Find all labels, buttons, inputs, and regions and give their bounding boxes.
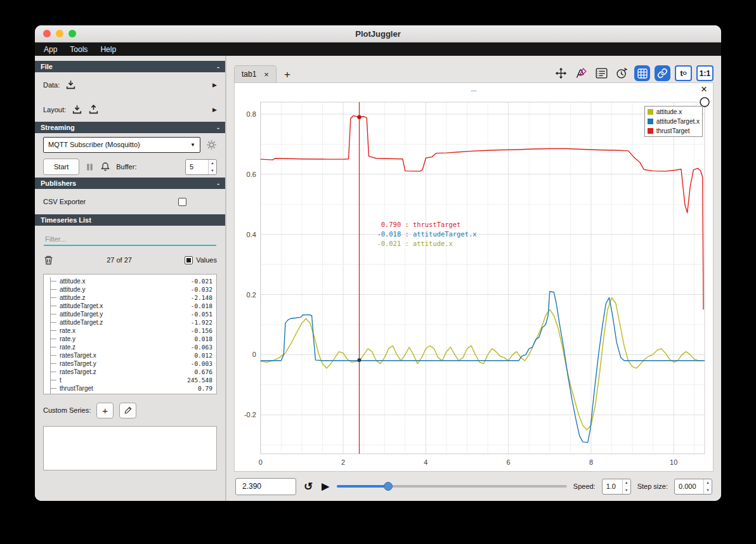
add-custom-series-button[interactable]: + <box>96 403 114 418</box>
speed-spinbox[interactable]: 1.0 ▲ ▼ <box>602 479 631 495</box>
collapse-icon[interactable]: - <box>217 124 219 131</box>
filter-input[interactable] <box>44 233 216 246</box>
play-icon[interactable]: ▶ <box>320 481 330 492</box>
svg-text:0.790 : thrustTarget: 0.790 : thrustTarget <box>377 221 460 228</box>
timeseries-item[interactable]: thrustTarget0.79 <box>51 384 212 392</box>
close-window-button[interactable] <box>43 30 51 37</box>
save-layout-icon[interactable] <box>88 104 99 115</box>
menu-help[interactable]: Help <box>100 45 116 54</box>
spin-up-icon[interactable]: ▲ <box>704 479 712 487</box>
pause-streaming-icon[interactable] <box>85 162 94 172</box>
timeseries-item[interactable]: rate.z-0.063 <box>51 343 212 351</box>
spin-down-icon[interactable]: ▼ <box>623 486 630 494</box>
plot-canvas[interactable]: 0246810-0.200.20.40.60.8 0.790 : thrustT… <box>235 94 712 470</box>
svg-text:0: 0 <box>252 351 256 358</box>
timeseries-item[interactable]: attitudeTarget.x-0.018 <box>51 302 212 310</box>
timeseries-item[interactable]: ratesTarget.z0.676 <box>51 368 212 376</box>
start-streaming-button[interactable]: Start <box>43 159 79 175</box>
plot-legend[interactable]: attitude.xattitudeTarget.xthrustTarget <box>644 106 703 137</box>
csv-exporter-label: CSV Exporter <box>43 198 86 205</box>
file-section-header[interactable]: File - <box>35 61 225 72</box>
timeseries-item[interactable]: ratesTarget.x0.012 <box>51 351 212 359</box>
svg-text:2: 2 <box>341 458 345 466</box>
playback-bar: 2.390 ↺ ▶ Speed: 1.0 ▲ ▼ Step size: <box>226 472 721 501</box>
data-menu-arrow[interactable]: ▶ <box>212 82 217 88</box>
svg-text:-0.018 : attitudeTarget.x: -0.018 : attitudeTarget.x <box>377 230 476 238</box>
link-axes-icon[interactable] <box>655 65 670 81</box>
tab-tab1[interactable]: tab1 × <box>234 65 277 82</box>
fullscreen-arrows-icon[interactable] <box>553 65 569 81</box>
menu-tools[interactable]: Tools <box>70 45 88 54</box>
custom-series-label: Custom Series: <box>43 406 91 414</box>
publishers-section-header[interactable]: Publishers - <box>35 178 225 189</box>
grid-layout-icon[interactable] <box>634 65 650 81</box>
tab-close-icon[interactable]: × <box>264 70 269 79</box>
timeseries-item[interactable]: attitude.z-2.148 <box>51 294 212 302</box>
svg-text:0.4: 0.4 <box>247 231 256 238</box>
values-checkbox[interactable] <box>185 256 193 264</box>
step-size-label: Step size: <box>637 482 668 490</box>
load-layout-icon[interactable] <box>72 104 82 115</box>
streaming-source-select[interactable]: MQTT Subscriber (Mosquitto) ▼ <box>43 137 200 153</box>
streaming-section-header[interactable]: Streaming - <box>35 122 225 133</box>
svg-text:0.2: 0.2 <box>247 291 256 299</box>
notifications-bell-icon[interactable] <box>100 162 110 172</box>
plot-toolbar: tO 1:1 <box>553 65 714 82</box>
curve-style-icon[interactable] <box>573 65 589 81</box>
timeseries-item[interactable]: attitudeTarget.y-0.051 <box>51 310 212 318</box>
current-time-field[interactable]: 2.390 <box>235 478 296 495</box>
timeseries-section-header[interactable]: Timeseries List <box>35 214 225 226</box>
load-data-icon[interactable] <box>65 79 76 90</box>
plotjuggler-window: PlotJuggler App Tools Help File - Data: … <box>35 25 721 501</box>
layout-menu-arrow[interactable]: ▶ <box>212 107 217 113</box>
legend-list-icon[interactable] <box>594 65 609 81</box>
spin-up-icon[interactable]: ▲ <box>623 479 630 487</box>
timeseries-item[interactable]: attitude.y-0.032 <box>51 285 212 294</box>
time-slider[interactable] <box>337 482 567 491</box>
legend-entry[interactable]: attitudeTarget.x <box>648 117 700 126</box>
time-offset-icon[interactable]: tO <box>675 65 692 81</box>
timeseries-item[interactable]: rate.y0.018 <box>51 335 212 343</box>
buffer-clock-icon[interactable] <box>614 65 630 81</box>
collapse-icon[interactable]: - <box>217 179 219 187</box>
custom-series-list[interactable] <box>43 426 217 470</box>
layout-label: Layout: <box>43 106 66 113</box>
timeseries-item[interactable]: rate.x-0.156 <box>51 327 212 335</box>
add-tab-button[interactable]: + <box>280 68 294 82</box>
streaming-settings-gear-icon[interactable] <box>206 139 217 150</box>
legend-swatch <box>648 119 653 124</box>
legend-entry[interactable]: attitude.x <box>648 107 700 117</box>
values-label: Values <box>196 256 217 264</box>
minimize-window-button[interactable] <box>56 30 63 37</box>
trash-icon[interactable] <box>43 255 54 266</box>
collapse-icon[interactable]: - <box>217 63 219 70</box>
buffer-label: Buffer: <box>116 163 136 171</box>
zoom-window-button[interactable] <box>68 30 76 37</box>
legend-entry[interactable]: thrustTarget <box>648 126 700 136</box>
buffer-spinbox[interactable]: 5 ▲ ▼ <box>185 159 217 175</box>
spin-up-icon[interactable]: ▲ <box>209 160 216 167</box>
svg-text:4: 4 <box>424 458 427 466</box>
title-bar: PlotJuggler <box>35 25 721 42</box>
spin-down-icon[interactable]: ▼ <box>704 486 712 494</box>
data-label: Data: <box>43 81 60 89</box>
timeseries-item[interactable]: attitude.x-0.021 <box>51 277 212 285</box>
csv-exporter-checkbox[interactable] <box>178 198 186 206</box>
step-size-spinbox[interactable]: 0.000 ▲ ▼ <box>674 479 712 495</box>
plot-close-icon[interactable]: × <box>701 84 707 94</box>
svg-text:-0.021 : attitude.x: -0.021 : attitude.x <box>377 240 452 247</box>
spin-down-icon[interactable]: ▼ <box>209 167 216 174</box>
timeseries-item[interactable]: attitudeTarget.z-1.922 <box>51 318 212 327</box>
loop-icon[interactable]: ↺ <box>303 480 314 493</box>
speed-label: Speed: <box>573 482 596 490</box>
timeseries-item[interactable]: t245.548 <box>51 376 212 384</box>
sidebar: File - Data: ▶ Layout: ▶ <box>35 56 225 501</box>
main-area: tab1 × + <box>226 56 721 501</box>
svg-text:0.8: 0.8 <box>247 110 256 118</box>
slider-handle[interactable] <box>384 482 393 491</box>
timeseries-item[interactable]: ratesTarget.y-0.003 <box>51 359 212 368</box>
ratio-1-1-icon[interactable]: 1:1 <box>696 65 714 81</box>
menu-app[interactable]: App <box>44 45 57 54</box>
edit-custom-series-button[interactable] <box>119 403 136 418</box>
svg-text:8: 8 <box>589 458 593 466</box>
